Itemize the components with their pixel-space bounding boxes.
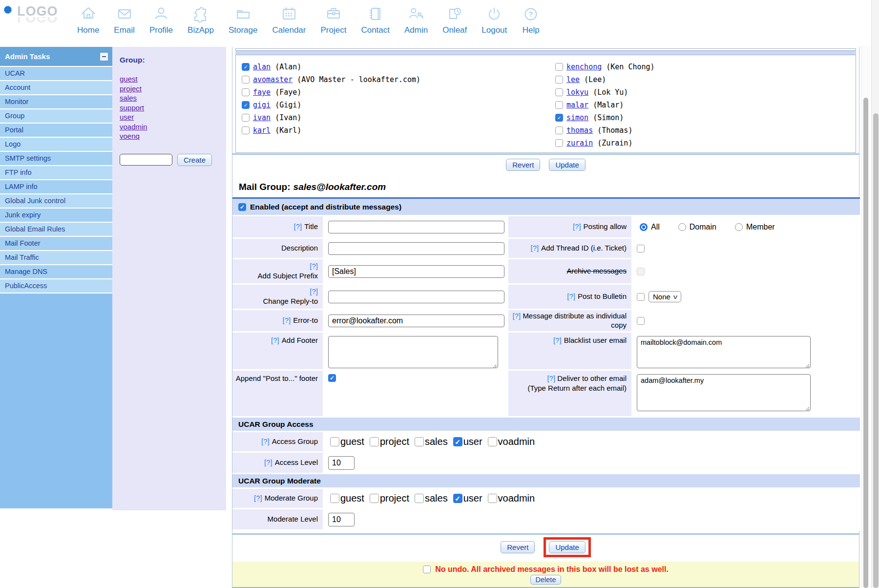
group-link[interactable]: guest [120, 74, 138, 84]
moderate-group-option[interactable]: user [453, 493, 482, 504]
access-group-option[interactable]: user [453, 436, 482, 447]
help-link[interactable]: [?] [310, 262, 318, 271]
sidebar-item[interactable]: Global Email Rules [0, 223, 112, 237]
group-link[interactable]: user [120, 112, 134, 122]
revert-button[interactable]: Revert [506, 159, 540, 171]
sidebar-item[interactable]: Mail Footer [0, 237, 112, 251]
page-scrollbar-thumb[interactable] [873, 113, 879, 588]
member-link[interactable]: zurain [566, 139, 593, 147]
delete-confirm-checkbox[interactable] [423, 566, 431, 573]
nav-item-admin[interactable]: Admin [404, 5, 428, 35]
create-group-button[interactable]: Create [177, 154, 212, 166]
access-level-input[interactable] [328, 456, 355, 470]
nav-item-profile[interactable]: Profile [149, 5, 173, 35]
sidebar-item[interactable]: Global Junk control [0, 194, 112, 209]
sidebar-item[interactable]: PublicAccess [0, 279, 112, 294]
content-scrollbar-track[interactable] [861, 45, 870, 588]
sidebar-item[interactable]: FTP info [0, 166, 112, 180]
nav-item-onleaf[interactable]: Onleaf [442, 5, 467, 35]
update-button-bottom[interactable]: Update [549, 541, 585, 553]
bulletin-select[interactable]: None v [649, 291, 681, 302]
nav-item-home[interactable]: Home [77, 5, 99, 35]
moderate-group-option[interactable]: voadmin [488, 493, 535, 504]
help-link[interactable]: [?] [282, 316, 291, 325]
nav-item-help[interactable]: ? Help [522, 5, 540, 35]
member-link[interactable]: lee [566, 75, 580, 84]
add-footer-textarea[interactable] [328, 336, 498, 368]
deliver-textarea[interactable]: adam@lookafter.my [637, 374, 811, 411]
help-link[interactable]: [?] [567, 292, 575, 301]
sidebar-item[interactable]: Logo [0, 138, 112, 152]
moderate-level-input[interactable] [328, 513, 355, 526]
posting-allow-option[interactable]: Domain [678, 223, 716, 231]
member-link[interactable]: kenchong [566, 63, 602, 71]
help-link[interactable]: [?] [531, 244, 539, 253]
sidebar-item[interactable]: Monitor [0, 95, 112, 109]
help-link[interactable]: [?] [261, 437, 270, 446]
page-scrollbar-track[interactable] [871, 0, 879, 588]
description-input[interactable] [328, 242, 504, 255]
member-link[interactable]: ivan [253, 113, 271, 122]
help-link[interactable]: [?] [294, 222, 302, 231]
append-footer-checkbox[interactable] [328, 374, 336, 382]
content-scrollbar-thumb[interactable] [863, 98, 868, 588]
member-checkbox[interactable] [555, 101, 563, 109]
help-link[interactable]: [?] [264, 458, 272, 467]
update-button[interactable]: Update [549, 159, 585, 171]
nav-item-logout[interactable]: Logout [481, 5, 507, 35]
help-link[interactable]: [?] [271, 336, 279, 345]
group-link[interactable]: voadmin [120, 122, 147, 132]
access-group-option[interactable]: sales [415, 436, 448, 447]
collapse-icon[interactable] [100, 52, 108, 61]
new-group-input[interactable] [120, 154, 172, 166]
member-link[interactable]: gigi [253, 101, 271, 109]
title-input[interactable] [328, 221, 504, 233]
member-checkbox[interactable] [242, 63, 250, 71]
error-to-input[interactable] [328, 315, 504, 327]
member-checkbox[interactable] [242, 101, 250, 109]
sidebar-item[interactable]: LAMP info [0, 180, 112, 194]
nav-item-contact[interactable]: Contact [361, 5, 390, 35]
thread-id-checkbox[interactable] [637, 245, 645, 252]
access-group-option[interactable]: guest [330, 436, 364, 447]
member-checkbox[interactable] [242, 126, 250, 134]
help-link[interactable]: [?] [547, 374, 555, 382]
member-checkbox[interactable] [242, 114, 250, 122]
posting-allow-option[interactable]: Member [735, 223, 775, 231]
blacklist-textarea[interactable]: mailtoblock@domain.com [637, 336, 811, 368]
access-group-option[interactable]: voadmin [488, 436, 535, 447]
member-link[interactable]: faye [253, 88, 271, 97]
member-link[interactable]: malar [566, 101, 588, 109]
moderate-group-option[interactable]: guest [330, 493, 364, 504]
member-checkbox[interactable] [242, 88, 250, 96]
moderate-group-option[interactable]: sales [415, 493, 448, 504]
member-link[interactable]: alan [253, 63, 271, 71]
member-checkbox[interactable] [555, 76, 563, 84]
help-link[interactable]: [?] [254, 494, 262, 503]
help-link[interactable]: [?] [573, 222, 581, 231]
revert-button-bottom[interactable]: Revert [501, 541, 535, 553]
member-link[interactable]: thomas [566, 126, 593, 135]
nav-item-email[interactable]: Email [114, 5, 135, 35]
group-link[interactable]: support [120, 103, 144, 113]
member-checkbox[interactable] [555, 126, 563, 134]
sidebar-item[interactable]: Portal [0, 124, 112, 138]
enabled-checkbox[interactable] [238, 203, 246, 211]
group-link[interactable]: sales [120, 93, 137, 103]
sidebar-item[interactable]: UCAR [0, 67, 112, 81]
member-link[interactable]: karl [253, 126, 271, 135]
sidebar-item[interactable]: Account [0, 81, 112, 95]
sidebar-item[interactable]: Manage DNS [0, 265, 112, 279]
member-link[interactable]: simon [566, 113, 588, 122]
member-checkbox[interactable] [555, 63, 563, 71]
bulletin-checkbox[interactable] [637, 293, 645, 301]
access-group-option[interactable]: project [370, 436, 409, 447]
nav-item-bizapp[interactable]: BizApp [188, 5, 214, 35]
nav-item-project[interactable]: Project [320, 5, 346, 35]
member-checkbox[interactable] [242, 76, 250, 84]
member-checkbox[interactable] [555, 88, 563, 96]
nav-item-storage[interactable]: Storage [229, 5, 258, 35]
sidebar-item[interactable]: Group [0, 109, 112, 124]
group-link[interactable]: voenq [120, 131, 140, 141]
member-link[interactable]: avomaster [253, 75, 293, 84]
